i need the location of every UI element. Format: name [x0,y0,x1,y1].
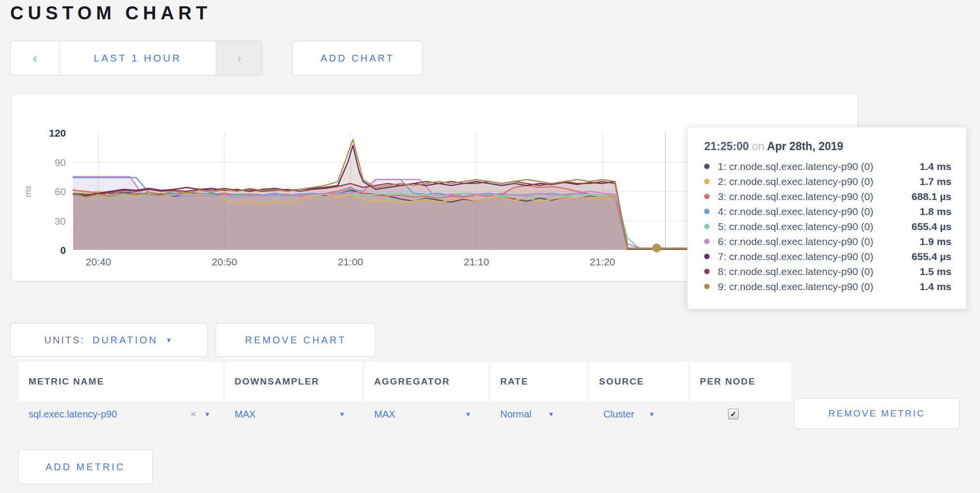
check-icon: ✓ [730,410,737,418]
tooltip-on: on [752,140,764,153]
tooltip-series-row: 5: cr.node.sql.exec.latency-p90 (0)655.4… [704,219,951,234]
x-tick-label: 20:40 [86,256,111,267]
downsampler-dropdown[interactable]: MAX ▼ [225,397,363,431]
tooltip-series-row: 1: cr.node.sql.exec.latency-p90 (0)1.4 m… [704,159,951,174]
y-tick-label: 60 [55,186,66,197]
series-marker-dot [652,244,661,252]
series-label: 3: cr.node.sql.exec.latency-p90 (0) [718,191,873,202]
column-header-downsampler: DOWNSAMPLER [225,362,363,401]
y-axis-unit-label: ms [23,185,33,197]
series-color-dot [704,284,710,289]
series-color-dot [704,194,710,199]
units-dropdown-button[interactable]: UNITS: DURATION ▼ [10,323,208,357]
series-color-dot [704,254,710,259]
x-tick-label: 21:10 [464,256,490,267]
units-value: DURATION [93,335,158,346]
series-value: 1.7 ms [920,176,951,187]
tooltip-series-row: 9: cr.node.sql.exec.latency-p90 (0)1.4 m… [704,279,951,294]
column-header-per-node: PER NODE [690,362,791,401]
units-prefix-label: UNITS: [44,335,85,346]
series-color-dot [704,164,710,169]
series-value: 1.4 ms [920,161,951,172]
column-header-source: SOURCE [589,362,688,401]
caret-down-icon: ▼ [204,411,210,418]
source-dropdown[interactable]: Cluster ▼ [589,397,688,431]
series-label: 9: cr.node.sql.exec.latency-p90 (0) [718,281,873,293]
time-range-next-button[interactable]: › [216,41,262,75]
series-color-dot [704,224,710,229]
chart-hover-tooltip: 21:25:00 on Apr 28th, 2019 1: cr.node.sq… [687,127,966,309]
time-range-selector: ‹ LAST 1 HOUR › [10,41,263,76]
tooltip-date: Apr 28th, 2019 [767,140,843,153]
series-label: 4: cr.node.sql.exec.latency-p90 (0) [718,206,873,217]
series-label: 2: cr.node.sql.exec.latency-p90 (0) [718,176,873,187]
y-tick-label: 0 [60,245,66,256]
aggregator-value: MAX [374,409,395,420]
custom-chart-page: CUSTOM CHART ‹ LAST 1 HOUR › ADD CHART 2… [0,0,980,493]
tooltip-series-row: 4: cr.node.sql.exec.latency-p90 (0)1.8 m… [704,204,951,219]
tooltip-series-list: 1: cr.node.sql.exec.latency-p90 (0)1.4 m… [704,159,951,294]
series-label: 6: cr.node.sql.exec.latency-p90 (0) [718,236,873,247]
column-header-rate: RATE [490,362,587,401]
caret-down-icon: ▼ [166,337,174,344]
series-value: 688.1 µs [912,191,951,202]
column-header-metric-name: METRIC NAME [19,362,223,401]
series-value: 655.4 µs [912,221,951,232]
series-value: 1.4 ms [920,281,951,293]
per-node-checkbox[interactable]: ✓ [728,409,739,419]
aggregator-dropdown[interactable]: MAX ▼ [364,397,489,431]
tooltip-series-row: 7: cr.node.sql.exec.latency-p90 (0)655.4… [704,249,951,264]
tooltip-series-row: 6: cr.node.sql.exec.latency-p90 (0)1.9 m… [704,234,951,249]
caret-down-icon: ▼ [548,411,554,418]
series-color-dot [704,209,710,214]
time-range-label[interactable]: LAST 1 HOUR [60,41,216,75]
chevron-right-icon: › [237,50,241,66]
series-value: 655.4 µs [912,251,951,262]
per-node-cell: ✓ [690,397,791,431]
remove-metric-button[interactable]: REMOVE METRIC [794,398,960,429]
rate-value: Normal [500,409,531,420]
y-tick-label: 120 [49,127,66,139]
caret-down-icon: ▼ [339,411,345,418]
clear-metric-icon[interactable]: × [190,408,196,420]
series-value: 1.5 ms [920,266,951,277]
page-title: CUSTOM CHART [10,3,212,24]
add-metric-button[interactable]: ADD METRIC [18,449,153,484]
caret-down-icon: ▼ [465,411,471,418]
tooltip-series-row: 3: cr.node.sql.exec.latency-p90 (0)688.1… [704,189,951,204]
chevron-left-icon: ‹ [32,50,37,66]
metric-name-value: sql.exec.latency-p90 [29,409,117,420]
series-label: 8: cr.node.sql.exec.latency-p90 (0) [718,266,873,277]
rate-dropdown[interactable]: Normal ▼ [490,397,587,431]
x-tick-label: 21:20 [590,256,616,267]
downsampler-value: MAX [235,409,255,420]
series-label: 5: cr.node.sql.exec.latency-p90 (0) [718,221,873,232]
tooltip-series-row: 2: cr.node.sql.exec.latency-p90 (0)1.7 m… [704,174,951,189]
y-tick-label: 30 [55,216,66,227]
tooltip-series-row: 8: cr.node.sql.exec.latency-p90 (0)1.5 m… [704,264,951,279]
source-value: Cluster [603,409,634,420]
series-color-dot [704,179,710,184]
metric-row: sql.exec.latency-p90 × ▼ MAX ▼ MAX ▼ Nor… [19,397,791,431]
y-tick-label: 90 [55,157,66,168]
metrics-table-header: METRIC NAMEDOWNSAMPLERAGGREGATORRATESOUR… [19,362,791,401]
add-chart-button[interactable]: ADD CHART [292,41,423,76]
time-range-prev-button[interactable]: ‹ [11,41,60,75]
remove-chart-button[interactable]: REMOVE CHART [216,323,376,357]
column-header-aggregator: AGGREGATOR [364,362,489,401]
series-color-dot [704,269,710,274]
series-value: 1.9 ms [920,236,951,247]
x-tick-label: 21:00 [338,256,364,267]
caret-down-icon: ▼ [648,411,655,418]
tooltip-title: 21:25:00 on Apr 28th, 2019 [704,140,951,153]
x-tick-label: 20:50 [212,256,237,267]
metric-name-dropdown[interactable]: sql.exec.latency-p90 × ▼ [19,397,223,431]
series-color-dot [704,239,710,244]
series-value: 1.8 ms [920,206,951,217]
series-label: 7: cr.node.sql.exec.latency-p90 (0) [718,251,873,262]
tooltip-time: 21:25:00 [704,140,749,153]
series-label: 1: cr.node.sql.exec.latency-p90 (0) [718,161,873,172]
